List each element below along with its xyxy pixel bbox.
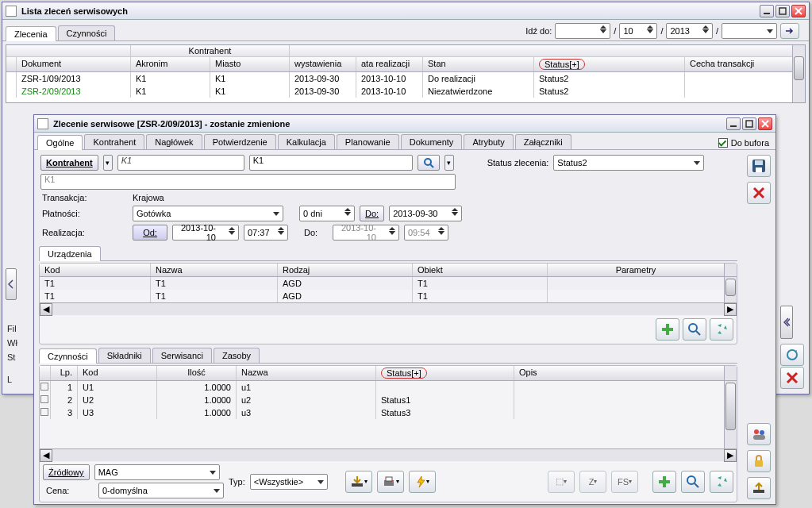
urz-col-kod[interactable]: Kod <box>40 264 151 276</box>
mag-select[interactable]: MAG <box>94 464 220 480</box>
kontrahent-button[interactable]: Kontrahent <box>40 155 98 171</box>
orders-vscroll[interactable] <box>792 45 805 102</box>
col-status[interactable]: Status[+] <box>534 57 685 71</box>
lock-button[interactable] <box>747 450 771 472</box>
left-arrow-icon[interactable]: ◀ <box>40 303 52 316</box>
do-date-button[interactable]: Do: <box>360 206 384 221</box>
czyn-col-nazwa[interactable]: Nazwa <box>237 366 376 380</box>
urz-col-nazwa[interactable]: Nazwa <box>151 264 278 276</box>
czyn-search-button[interactable] <box>681 471 705 493</box>
urz-col-obiekt[interactable]: Obiekt <box>413 264 548 276</box>
col-cecha[interactable]: Cecha transakcji <box>685 57 805 71</box>
do2-date-input[interactable]: 2013-10-10 <box>333 225 399 241</box>
table-row[interactable]: 2U21.0000u2Status1 <box>40 394 737 406</box>
inner-titlebar[interactable]: Zlecenie serwisowe [ZSR-2/09/2013] - zos… <box>34 115 775 133</box>
urz-add-button[interactable] <box>656 318 679 341</box>
goto-page[interactable]: 10 <box>619 23 657 39</box>
od-date-input[interactable]: 2013-10-10 <box>172 225 239 241</box>
do-bufora-checkbox[interactable]: Do bufora <box>718 138 769 148</box>
btn-group-1[interactable]: ⬚▾ <box>548 471 575 493</box>
outer-titlebar[interactable]: Lista zleceń serwisowych <box>2 2 809 20</box>
outer-refresh-button[interactable] <box>780 344 804 366</box>
czyn-add-button[interactable] <box>652 471 676 493</box>
czyn-hscroll[interactable]: ◀ ▶ <box>40 448 737 461</box>
collapse-right-button[interactable] <box>780 306 793 339</box>
col-realizacji[interactable]: ata realizacji <box>356 57 423 71</box>
outer-collapse-left[interactable] <box>6 268 17 300</box>
typ-select[interactable]: <Wszystkie> <box>250 474 328 490</box>
col-miasto[interactable]: Miasto <box>210 57 290 71</box>
tab-serwisanci[interactable]: Serwisanci <box>152 348 212 363</box>
status-zlecenia-select[interactable]: Status2 <box>553 155 704 171</box>
goto-filter[interactable] <box>722 23 777 39</box>
cena-select[interactable]: 0-domyślna <box>98 483 224 498</box>
kontrahent-menu-icon[interactable]: ▾ <box>103 155 113 171</box>
inner-maximize-button[interactable] <box>742 117 756 130</box>
tab-potwierdzenie[interactable]: Potwierdzenie <box>204 134 276 149</box>
table-row[interactable]: 3U31.0000u3Status3 <box>40 406 737 419</box>
btn-print[interactable]: ▾ <box>377 471 404 493</box>
btn-import[interactable]: ▾ <box>345 471 372 493</box>
zrodlowy-button[interactable]: Źródłowy <box>43 464 90 480</box>
tab-kalkulacja[interactable]: Kalkulacja <box>278 134 335 149</box>
users-button[interactable] <box>747 423 771 445</box>
tab-zasoby[interactable]: Zasoby <box>214 348 260 363</box>
btn-group-3[interactable]: FS▾ <box>611 471 638 493</box>
close-button[interactable] <box>791 5 806 17</box>
goto-go-button[interactable] <box>780 23 799 39</box>
tab-skladniki[interactable]: Składniki <box>98 348 151 363</box>
outer-delete-button[interactable] <box>780 367 804 389</box>
do2-time-input[interactable]: 09:54 <box>404 225 448 241</box>
col-wystawienia[interactable]: wystawienia <box>290 57 356 71</box>
right-arrow-icon[interactable]: ▶ <box>724 303 737 316</box>
col-stan[interactable]: Stan <box>423 57 534 71</box>
platnosci-select[interactable]: Gotówka <box>133 206 283 221</box>
goto-field-1[interactable] <box>555 23 610 39</box>
tab-dokumenty[interactable]: Dokumenty <box>401 134 463 149</box>
urz-col-parametry[interactable]: Parametry <box>548 264 724 276</box>
btn-flash[interactable]: ▾ <box>409 471 436 493</box>
tab-kontrahent[interactable]: Kontrahent <box>84 134 144 149</box>
btn-group-2[interactable]: Z▾ <box>579 471 606 493</box>
czyn-col-status[interactable]: Status[+] <box>376 366 514 380</box>
kontrahent-input-1[interactable]: K1 <box>117 155 244 171</box>
czyn-col-ilosc[interactable]: Ilość <box>157 366 237 380</box>
tab-naglowek[interactable]: Nagłówek <box>146 134 202 149</box>
urz-hscroll[interactable]: ◀ ▶ <box>40 302 737 315</box>
table-row[interactable]: ZSR-2/09/2013K1K12013-09-302013-10-10Nie… <box>6 85 805 98</box>
czyn-col-opis[interactable]: Opis <box>514 366 724 380</box>
kontrahent-line2[interactable]: K1 <box>40 174 456 190</box>
goto-year[interactable]: 2013 <box>666 23 712 39</box>
tab-atrybuty[interactable]: Atrybuty <box>464 134 513 149</box>
col-akronim[interactable]: Akronim <box>131 57 210 71</box>
czyn-col-lp[interactable]: Lp. <box>51 366 78 380</box>
save-button[interactable] <box>747 155 771 177</box>
czyn-col-kod[interactable]: Kod <box>78 366 157 380</box>
tab-czynnosci[interactable]: Czynności <box>58 25 116 40</box>
inner-minimize-button[interactable] <box>726 117 741 130</box>
tab-zlecenia[interactable]: Zlecenia <box>6 26 56 41</box>
tab-urzadzenia[interactable]: Urządzenia <box>39 246 101 261</box>
czyn-recycle-button[interactable] <box>710 471 733 493</box>
col-super-kontrahent[interactable]: Kontrahent <box>131 45 290 56</box>
tab-czynnosci-lower[interactable]: Czynności <box>39 348 97 364</box>
cancel-button[interactable] <box>747 182 771 204</box>
kontrahent-input-2[interactable]: K1 <box>249 155 413 171</box>
minimize-button[interactable] <box>760 5 774 17</box>
tab-zalaczniki[interactable]: Załączniki <box>515 134 571 149</box>
kontrahent-search-menu[interactable]: ▾ <box>444 155 454 171</box>
table-row[interactable]: T1T1AGDT1 <box>40 290 737 302</box>
col-dokument[interactable]: Dokument <box>17 57 131 71</box>
export-out-button[interactable] <box>747 477 771 499</box>
table-row[interactable]: ZSR-1/09/2013K1K12013-09-302013-10-10Do … <box>6 72 805 85</box>
kontrahent-search-button[interactable] <box>418 155 440 171</box>
maximize-button[interactable] <box>775 5 790 17</box>
od-date-button[interactable]: Od: <box>133 225 167 241</box>
od-time-input[interactable]: 07:37 <box>244 225 288 241</box>
do-date-input[interactable]: 2013-09-30 <box>389 206 462 221</box>
urz-col-rodzaj[interactable]: Rodzaj <box>278 264 413 276</box>
inner-close-button[interactable] <box>758 117 772 130</box>
right-arrow-icon[interactable]: ▶ <box>724 449 737 462</box>
tab-planowanie[interactable]: Planowanie <box>337 134 399 149</box>
dni-spinner[interactable]: 0 dni <box>299 206 355 221</box>
